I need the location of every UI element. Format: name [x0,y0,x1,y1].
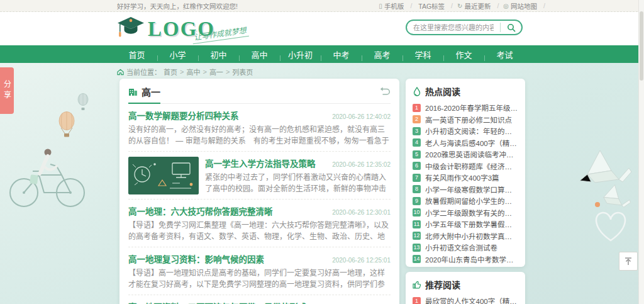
scrollbar-track[interactable] [638,0,644,304]
nav-item[interactable]: 高中 [239,45,280,63]
nav-item[interactable]: 小升初 [280,45,321,63]
section-header: 高一 [128,85,391,104]
top-link[interactable]: ▯手机版/ [379,1,416,11]
breadcrumb-link[interactable]: 高一 [209,67,223,77]
top-link-separator: / [543,2,545,9]
article-title-link[interactable]: 高一地理复习资料：影响气候的因素 [128,252,264,265]
hot-reading-link[interactable]: 小升初语文阅读：年轻的国旗 [425,126,518,136]
breadcrumb-label: 当前位置： [126,67,161,77]
article-body: 高一地理：六大技巧帮你答题完整清晰 2020-06-26 12:30:01 【导… [128,205,391,242]
hot-reading-link[interactable]: 小学二年级跟数学有关的日记 [425,208,518,218]
rank-badge: 12 [413,232,421,240]
rank-badge: 10 [413,208,421,217]
article-row: 高一数学解题要分析四种关系 2020-06-26 12:40:02 没有好的高一… [128,104,391,152]
article-title-row: 高一地理复习资料：影响气候的因素 2020-06-26 12:25:01 [128,252,391,265]
top-link-label: TAG标签 [418,1,445,11]
top-link[interactable]: ◎网站地图/ [503,1,550,11]
return-button[interactable] [380,87,391,96]
rank-badge: 4 [413,138,421,147]
rank-badge: 14 [413,255,421,263]
article-title-link[interactable]: 高一数学解题要分析四种关系 [128,109,239,121]
nav-item[interactable]: 小学 [157,45,198,63]
recommend-reading-item: 1 最欣赏的人作文400字（精选3篇） [413,295,518,304]
hot-reading-item: 14 2020年山东青岛中考数学真题（已公布） [413,254,518,266]
top-link-label: 手机版 [384,1,404,11]
hot-reading-link[interactable]: 美丽的大自然作文300字（精选3篇） [425,266,518,267]
rank-badge: 5 [413,150,421,159]
hot-reading-link[interactable]: 高一英语下册必修二知识点 [425,115,512,125]
hot-reading-item: 10 小学二年级跟数学有关的日记 [413,207,518,219]
article-list-card: 高一 [119,79,399,304]
chalkboard-doodle-image [128,157,199,194]
page-background: 当前位置： 首页> 高中> 高一> 列表页> 分享 [0,63,644,304]
nav-item[interactable]: 考试 [484,45,525,63]
recommend-reading-link[interactable]: 最欣赏的人作文400字（精选3篇） [425,296,518,304]
top-utility-inner: 好好学习，天天向上，红橡作文网欢迎您! ▯手机版/ TAG标签/ ↻最近更新/ … [117,0,550,11]
hot-reading-link[interactable]: 中级会计职称题库《经济法》检测题 [425,161,518,171]
rank-badge: 13 [413,244,421,252]
bicycle-rider-illustration [5,142,92,210]
article-thumbnail[interactable] [128,157,199,194]
back-to-top-button[interactable] [619,252,638,271]
search-button[interactable] [501,21,521,34]
nav-item[interactable]: 首页 [116,45,157,63]
article-body: 高一地理资料：三圈环流与气压带、风带的形成 2020-06-26 12:20:0… [128,300,391,304]
hot-reading-link[interactable]: 2016-2020年春学期五年级语文下期末模拟 [425,103,518,113]
top-link[interactable]: TAG标签/ [416,1,457,11]
hot-reading-link[interactable]: 北师大附中小升初数学真题汇编 [425,231,518,241]
article-row: 高一地理复习资料：影响气候的因素 2020-06-26 12:25:01 【导语… [128,247,391,295]
hot-reading-item: 3 小升初语文阅读：年轻的国旗 [413,125,518,137]
heart-outline-illustration [588,206,633,247]
flame-icon [413,87,421,96]
nav-item[interactable]: 高考 [362,45,402,63]
nav-items: 首页小学初中高中小升初中考高考学科作文考试 [116,45,525,63]
main-nav: 首页小学初中高中小升初中考高考学科作文考试 [0,45,644,63]
rank-badge: 1 [413,297,421,304]
top-link[interactable]: ↻最近更新/ [457,1,503,11]
nav-item[interactable]: 作文 [443,45,484,63]
recommend-reading-title: 推荐阅读 [425,278,460,291]
hot-reading-link[interactable]: 有关风雨作文400字3篇 [425,172,499,183]
rank-badge: 9 [413,197,421,205]
breadcrumb-item: 列表页> [232,67,253,77]
share-tab[interactable]: 分享 [0,67,14,114]
top-utility-bar: 好好学习，天天向上，红橡作文网欢迎您! ▯手机版/ TAG标签/ ↻最近更新/ … [0,0,644,12]
article-date: 2020-06-26 12:30:01 [332,209,391,216]
article-body: 高一地理复习资料：影响气候的因素 2020-06-26 12:25:01 【导语… [128,252,391,290]
hot-reading-link[interactable]: 2020年山东青岛中考数学真题（已公布） [425,254,518,264]
breadcrumb-link[interactable]: 列表页 [232,67,253,77]
article-title-link[interactable]: 高一地理资料：三圈环流与气压带、风带的形成 [128,300,307,304]
breadcrumb-items: 首页> 高中> 高一> 列表页> [164,67,253,77]
scrollbar-thumb[interactable] [640,11,643,81]
section-title-wrap: 高一 [128,85,160,98]
rank-badge: 1 [413,104,421,112]
hot-air-balloon-illustration [54,91,94,150]
nav-item[interactable]: 初中 [198,45,239,63]
breadcrumb-link[interactable]: 高中 [186,67,200,77]
breadcrumb-link[interactable]: 首页 [164,67,177,77]
hot-reading-link[interactable]: 小升初语文综合测试卷 [425,242,497,252]
article-title-link[interactable]: 高一地理：六大技巧帮你答题完整清晰 [128,205,273,217]
recommend-reading-header: 推荐阅读 [413,278,518,291]
hot-reading-item: 1 2016-2020年春学期五年级语文下期末模拟 [413,102,518,114]
article-list: 高一数学解题要分析四种关系 2020-06-26 12:40:02 没有好的高一… [128,104,391,304]
search-input[interactable] [407,24,500,31]
hot-reading-link[interactable]: 小学五年级下册数学暑假作业答案【20-61 [425,219,518,229]
hot-reading-item: 7 有关风雨作文400字3篇 [413,172,518,184]
article-title-row: 高一地理资料：三圈环流与气压带、风带的形成 2020-06-26 12:20:0… [128,300,391,304]
hot-reading-item: 5 2020雅思英语阅读临考冲刺试题附答案 [413,149,518,160]
nav-item[interactable]: 中考 [321,45,362,63]
hot-reading-link[interactable]: 放暑假期间留给小学生的三年级英语作文范文 [425,196,518,206]
top-link-separator: / [451,2,453,9]
return-arrow-icon [380,87,391,96]
hot-reading-link[interactable]: 老人与海读后感400字（精选3篇） [425,138,518,148]
nav-item[interactable]: 学科 [402,45,443,63]
hot-reading-link[interactable]: 2020雅思英语阅读临考冲刺试题附答案 [425,149,518,159]
hot-reading-link[interactable]: 小学一年级寒假数学口算练习题三篇 [425,184,518,194]
paper-crane-illustration [579,147,641,213]
article-title-link[interactable]: 高一学生入学方法指导及策略 [205,157,316,169]
hot-reading-header: 热点阅读 [413,85,518,98]
hot-reading-item: 9 放暑假期间留给小学生的三年级英语作文范文 [413,195,518,207]
arrow-to-top-icon [624,257,633,266]
recommend-reading-card: 推荐阅读 1 最欣赏的人作文400字（精选3篇） 2 关于感恩的中考满分作文60… [406,272,525,304]
